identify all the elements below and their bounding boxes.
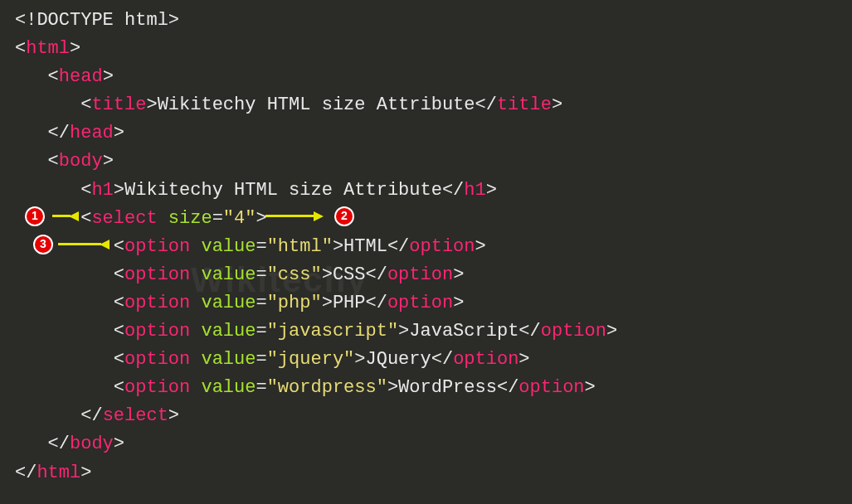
code-line-body-close: </body> bbox=[15, 430, 837, 458]
code-line-option-4: <option value="jquery">JQuery</option> bbox=[15, 346, 837, 374]
code-line-option-1: <option value="css">CSS</option> bbox=[15, 261, 837, 289]
code-line-select-open: <select size="4"> bbox=[15, 205, 837, 233]
code-line-html-open: <html> bbox=[15, 35, 837, 63]
code-line-h1: <h1>Wikitechy HTML size Attribute</h1> bbox=[15, 177, 837, 205]
code-line-body-open: <body> bbox=[15, 148, 837, 176]
annotation-badge-3: 3 bbox=[33, 235, 53, 254]
code-line-option-2: <option value="php">PHP</option> bbox=[15, 289, 837, 317]
annotation-badge-2: 2 bbox=[334, 206, 354, 226]
code-line-option-0: <option value="html">HTML</option> bbox=[15, 233, 837, 261]
code-line-doctype: <!DOCTYPE html> bbox=[15, 7, 837, 35]
code-line-option-5: <option value="wordpress">WordPress</opt… bbox=[15, 374, 837, 402]
code-line-html-close: </html> bbox=[15, 459, 837, 487]
code-line-select-close: </select> bbox=[15, 402, 837, 430]
code-line-head-open: <head> bbox=[15, 63, 837, 91]
code-line-option-3: <option value="javascript">JavaScript</o… bbox=[15, 317, 837, 346]
annotation-badge-1: 1 bbox=[25, 206, 45, 226]
code-line-head-close: </head> bbox=[15, 119, 837, 148]
code-line-title: <title>Wikitechy HTML size Attribute</ti… bbox=[15, 91, 837, 119]
